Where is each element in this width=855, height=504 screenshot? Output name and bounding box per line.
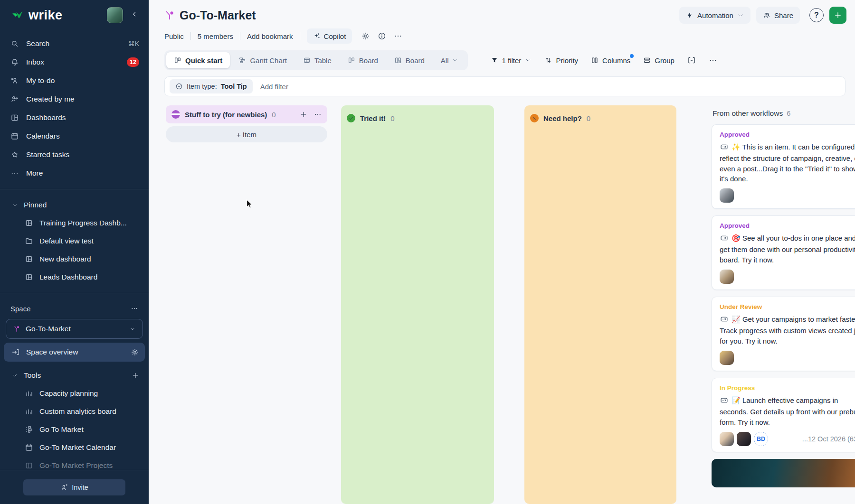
tab-board-locked[interactable]: Board <box>387 52 432 68</box>
column-header[interactable]: Tried it! 0 <box>347 109 488 127</box>
space-selector[interactable]: Go-To-Market <box>6 319 143 339</box>
sidebar-item-space-overview[interactable]: Space overview <box>4 343 145 362</box>
sidebar-item-inbox[interactable]: Inbox 12 <box>0 53 149 71</box>
funnel-icon <box>491 56 498 64</box>
dashboard-icon <box>25 219 33 227</box>
workflow-card[interactable]: In Progress 📝 Launch effective campaigns… <box>712 378 855 452</box>
sidebar-item-label: Dashboards <box>26 113 66 122</box>
sidebar-item-capacity-planning[interactable]: Capacity planning <box>0 384 149 402</box>
add-filter-button[interactable]: Add filter <box>260 83 288 91</box>
automation-button[interactable]: Automation <box>679 7 750 24</box>
card-status: In Progress <box>720 384 855 392</box>
sidebar-item-starred-tasks[interactable]: Starred tasks <box>0 145 149 164</box>
workflow-card[interactable]: Approved 🎯 See all your to-dos in one pl… <box>712 215 855 290</box>
search-icon <box>10 39 19 48</box>
photo-thumbnail-card[interactable] <box>712 459 855 487</box>
card-status: Under Review <box>720 303 855 310</box>
tab-quick-start[interactable]: Quick start <box>166 52 230 68</box>
invite-button[interactable]: Invite <box>23 479 125 495</box>
info-icon[interactable] <box>378 32 386 40</box>
gear-icon[interactable] <box>131 348 139 356</box>
add-tool-icon[interactable] <box>132 372 139 379</box>
invite-bar: Invite <box>0 470 149 504</box>
add-item-icon[interactable] <box>300 111 307 118</box>
chevron-down-icon <box>525 57 532 64</box>
sidebar-item-leads-dashboard[interactable]: Leads Dashboard <box>0 268 149 286</box>
dashboard-icon <box>25 255 33 263</box>
members-link[interactable]: 5 members <box>198 32 233 40</box>
pane-icon <box>687 56 696 65</box>
filter-bar: Item type: Tool Tip Add filter <box>164 76 846 96</box>
pinned-item-label: Leads Dashboard <box>39 273 97 281</box>
pinned-item-label: New dashboard <box>39 255 91 263</box>
toolbar-more-control[interactable] <box>709 56 717 65</box>
board-list-icon <box>25 425 33 434</box>
help-button[interactable]: ? <box>809 8 824 22</box>
columns-notification-dot <box>630 54 634 58</box>
logo-text: wrike <box>28 8 63 23</box>
filter-count-label: 1 filter <box>502 56 522 65</box>
sidebar-item-created-by-me[interactable]: Created by me <box>0 90 149 108</box>
share-people-icon <box>763 11 770 19</box>
sidebar-item-my-todo[interactable]: My to-do <box>0 71 149 90</box>
star-icon <box>10 150 19 159</box>
workflow-card[interactable]: Under Review 📈 Get your campaigns to mar… <box>712 297 855 371</box>
tab-label: Gantt Chart <box>250 56 287 65</box>
sidebar-item-go-to-market-calendar[interactable]: Go-To Market Calendar <box>0 439 149 457</box>
item-type-icon <box>720 143 729 153</box>
group-label: Group <box>655 56 674 65</box>
tab-table[interactable]: Table <box>295 52 339 68</box>
sparkle-icon <box>313 32 321 40</box>
add-item-button[interactable]: + Item <box>166 126 327 142</box>
pinned-item-label: Default view test <box>39 237 94 245</box>
sidebar-collapse-button[interactable] <box>128 9 141 22</box>
tool-item-label: Go To Market <box>39 425 84 434</box>
user-avatar[interactable] <box>107 7 123 23</box>
pinned-section-header[interactable]: Pinned <box>0 196 149 214</box>
column-header[interactable]: Need help? 0 <box>530 109 671 127</box>
sidebar-item-calendars[interactable]: Calendars <box>0 127 149 145</box>
workflow-card[interactable]: Approved ✨ This is an item. It can be co… <box>712 124 855 209</box>
visibility-label[interactable]: Public <box>164 32 184 40</box>
column-title: Tried it! <box>360 114 386 122</box>
group-control[interactable]: Group <box>643 56 674 65</box>
add-bookmark-link[interactable]: Add bookmark <box>247 32 293 40</box>
sidebar-item-default-view-test[interactable]: Default view test <box>0 232 149 250</box>
filter-control[interactable]: 1 filter <box>491 56 532 65</box>
column-header[interactable]: Stuff to try (for newbies) 0 <box>166 105 327 123</box>
wrike-logo[interactable]: wrike <box>10 8 102 23</box>
sidebar-item-search[interactable]: Search ⌘K <box>0 34 149 53</box>
circle-chevron-icon <box>175 83 183 90</box>
panel-resize-control[interactable] <box>687 56 696 65</box>
sidebar-item-go-to-market[interactable]: Go To Market <box>0 420 149 439</box>
space-more-icon[interactable] <box>131 305 138 312</box>
space-icon <box>13 325 20 333</box>
column-more-icon[interactable] <box>314 111 322 118</box>
item-type-filter-chip[interactable]: Item type: Tool Tip <box>170 79 253 93</box>
create-button[interactable] <box>829 7 846 24</box>
tab-gantt-chart[interactable]: Gantt Chart <box>231 52 294 68</box>
search-shortcut: ⌘K <box>128 40 139 47</box>
more-dots-icon <box>709 56 717 65</box>
card-text: 📝 Launch effective campaigns in seconds.… <box>720 395 855 427</box>
kanban-board: Stuff to try (for newbies) 0 + Item Trie… <box>149 105 855 504</box>
sidebar-item-custom-analytics-board[interactable]: Custom analytics board <box>0 402 149 420</box>
sidebar-item-more[interactable]: More <box>0 164 149 182</box>
chevron-down-icon <box>737 12 744 19</box>
check-circle-icon <box>347 114 355 122</box>
person-arrow-icon <box>10 95 19 103</box>
columns-control[interactable]: Columns <box>591 56 630 65</box>
dashboard-icon <box>25 273 33 281</box>
sort-priority-control[interactable]: Priority <box>544 56 578 65</box>
settings-gear-icon[interactable] <box>361 32 370 40</box>
sidebar-item-label: Inbox <box>26 58 44 66</box>
sidebar-item-dashboards[interactable]: Dashboards <box>0 108 149 127</box>
tab-all-views[interactable]: All <box>433 52 466 68</box>
copilot-button[interactable]: Copilot <box>307 28 352 44</box>
more-actions-icon[interactable] <box>394 32 402 40</box>
sidebar-item-training-dashboard[interactable]: Training Progress Dashb... <box>0 214 149 232</box>
share-button[interactable]: Share <box>756 7 800 24</box>
tools-section-header[interactable]: Tools <box>0 366 149 384</box>
sidebar-item-new-dashboard[interactable]: New dashboard <box>0 250 149 268</box>
tab-board[interactable]: Board <box>340 52 386 68</box>
